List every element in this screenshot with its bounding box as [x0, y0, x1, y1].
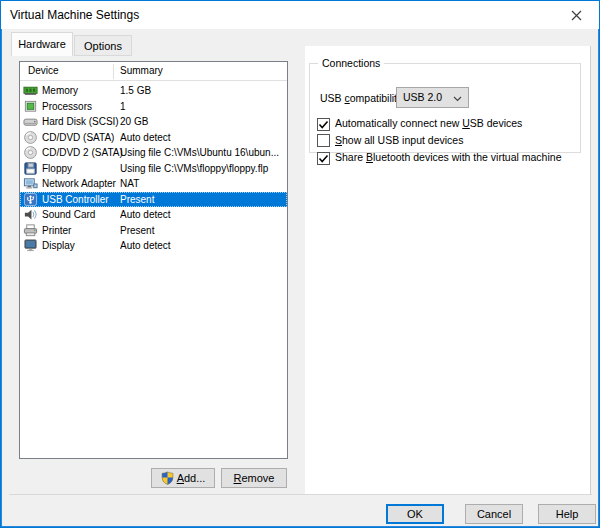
usb-compatibility-value: USB 2.0 — [403, 91, 442, 103]
device-row-sound-card[interactable]: Sound Card Auto detect — [20, 207, 287, 223]
device-summary: 1.5 GB — [120, 83, 285, 99]
device-list-header[interactable]: Device Summary — [20, 62, 287, 81]
connections-panel: Connections USB compatibility: USB 2.0 A… — [305, 46, 591, 495]
usb-compatibility-row: USB compatibility: USB 2.0 — [320, 87, 570, 109]
tab-options[interactable]: Options — [74, 35, 132, 56]
display-icon — [23, 238, 39, 253]
connections-groupbox: Connections USB compatibility: USB 2.0 A… — [309, 63, 581, 153]
device-row-cd-dvd[interactable]: CD/DVD (SATA) Auto detect — [20, 130, 287, 146]
device-summary: 1 — [120, 99, 285, 115]
add-button[interactable]: Add... — [151, 468, 215, 488]
column-header-device[interactable]: Device — [28, 62, 59, 80]
chevron-down-icon — [453, 96, 462, 102]
close-button[interactable] — [554, 1, 599, 29]
remove-button[interactable]: Remove — [221, 468, 287, 488]
remove-button-label: Remove — [234, 472, 275, 484]
device-name: Printer — [42, 223, 71, 239]
tab-hardware[interactable]: Hardware — [11, 32, 73, 56]
checkbox-label: Share Bluetooth devices with the virtual… — [335, 151, 561, 163]
hard-disk-icon — [23, 114, 39, 129]
device-row-network-adapter[interactable]: Network Adapter NAT — [20, 176, 287, 192]
device-rows: Memory 1.5 GB Processors 1 Hard Disk (SC… — [20, 83, 287, 254]
device-summary: Present — [120, 223, 285, 239]
connections-group-label: Connections — [318, 57, 384, 69]
column-separator[interactable] — [113, 64, 114, 79]
device-row-display[interactable]: Display Auto detect — [20, 238, 287, 254]
device-list: Device Summary Memory 1.5 GB Processors … — [19, 61, 288, 459]
network-icon — [23, 176, 39, 191]
device-row-processors[interactable]: Processors 1 — [20, 99, 287, 115]
checkbox-share-bluetooth[interactable]: Share Bluetooth devices with the virtual… — [317, 150, 579, 165]
floppy-icon — [23, 161, 39, 176]
device-summary: NAT — [120, 176, 285, 192]
device-name: CD/DVD (SATA) — [42, 130, 114, 146]
device-name: Processors — [42, 99, 92, 115]
uac-shield-icon — [161, 471, 174, 485]
checkbox-label: Show all USB input devices — [335, 134, 463, 146]
device-name: USB Controller — [42, 192, 109, 208]
device-summary: Auto detect — [120, 130, 285, 146]
device-row-cd-dvd-2[interactable]: CD/DVD 2 (SATA) Using file C:\VMs\Ubuntu… — [20, 145, 287, 161]
device-row-usb-controller[interactable]: USB Controller Present — [20, 192, 287, 208]
sound-icon — [23, 207, 39, 222]
usb-compatibility-select[interactable]: USB 2.0 — [396, 87, 469, 108]
device-summary: Present — [120, 192, 285, 208]
device-summary: Using file C:\VMs\Ubuntu 16\ubun... — [120, 145, 285, 161]
checkbox-label: Automatically connect new USB devices — [335, 117, 522, 129]
title-bar: Virtual Machine Settings — [1, 1, 599, 29]
device-name: Sound Card — [42, 207, 95, 223]
device-row-hard-disk[interactable]: Hard Disk (SCSI) 20 GB — [20, 114, 287, 130]
cd-icon — [23, 145, 39, 160]
cd-icon — [23, 130, 39, 145]
printer-icon — [23, 223, 39, 238]
usb-compatibility-label: USB compatibility: — [320, 92, 405, 104]
device-row-floppy[interactable]: Floppy Using file C:\VMs\floppy\floppy.f… — [20, 161, 287, 177]
device-name: Memory — [42, 83, 78, 99]
checkbox-unchecked-icon — [317, 134, 330, 147]
window-title: Virtual Machine Settings — [10, 1, 139, 29]
device-row-printer[interactable]: Printer Present — [20, 223, 287, 239]
help-button[interactable]: Help — [538, 504, 596, 524]
device-name: Floppy — [42, 161, 72, 177]
device-name: Display — [42, 238, 75, 254]
checkbox-checked-icon — [317, 118, 330, 131]
cancel-button[interactable]: Cancel — [465, 504, 523, 524]
device-summary: Using file C:\VMs\floppy\floppy.flp — [120, 161, 285, 177]
checkbox-auto-connect-usb[interactable]: Automatically connect new USB devices — [317, 116, 579, 131]
checkbox-checked-icon — [317, 152, 330, 165]
device-name: Hard Disk (SCSI) — [42, 114, 119, 130]
device-summary: Auto detect — [120, 207, 285, 223]
device-row-memory[interactable]: Memory 1.5 GB — [20, 83, 287, 99]
close-icon — [571, 10, 582, 21]
device-summary: 20 GB — [120, 114, 285, 130]
column-header-summary[interactable]: Summary — [120, 62, 163, 80]
processor-icon — [23, 99, 39, 114]
device-summary: Auto detect — [120, 238, 285, 254]
checkbox-show-all-usb[interactable]: Show all USB input devices — [317, 133, 579, 148]
virtual-machine-settings-dialog: Virtual Machine Settings Hardware Option… — [0, 0, 600, 528]
device-name: Network Adapter — [42, 176, 116, 192]
ok-button[interactable]: OK — [386, 504, 444, 524]
memory-icon — [23, 83, 39, 98]
usb-icon — [23, 192, 39, 207]
add-button-label: Add... — [177, 472, 206, 484]
device-name: CD/DVD 2 (SATA) — [42, 145, 123, 161]
